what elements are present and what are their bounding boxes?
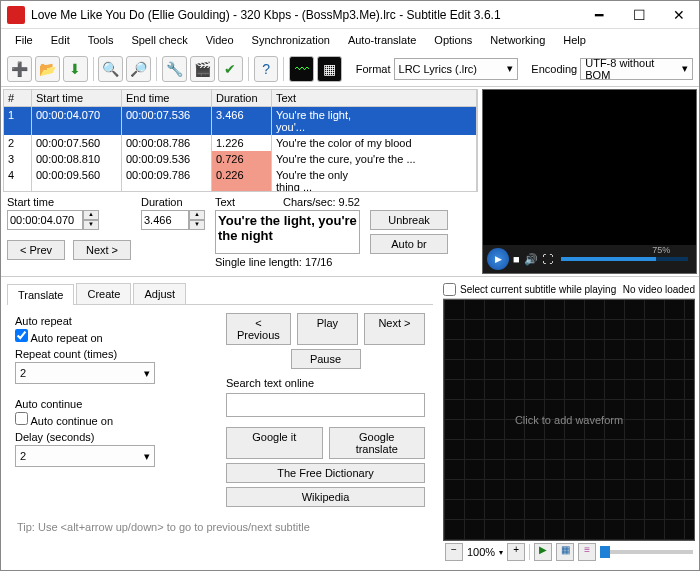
- menu-file[interactable]: File: [7, 32, 41, 48]
- menu-video[interactable]: Video: [198, 32, 242, 48]
- wikipedia-button[interactable]: Wikipedia: [226, 487, 425, 507]
- table-row[interactable]: 400:00:09.56000:00:09.7860.226You're the…: [4, 167, 477, 192]
- table-row[interactable]: 200:00:07.56000:00:08.7861.226You're the…: [4, 135, 477, 151]
- google-it-button[interactable]: Google it: [226, 427, 323, 459]
- wave-mode-icon[interactable]: ≡: [578, 543, 596, 561]
- help-icon[interactable]: ?: [254, 56, 279, 82]
- spectrogram-icon[interactable]: ▦: [317, 56, 342, 82]
- zoom-value: 100%: [467, 546, 495, 558]
- find-icon[interactable]: 🔍: [98, 56, 123, 82]
- dur-up[interactable]: ▲: [189, 210, 205, 220]
- next-sub-button[interactable]: Next >: [364, 313, 425, 345]
- prev-sub-button[interactable]: < Previous: [226, 313, 291, 345]
- window-title: Love Me Like You Do (Ellie Goulding) - 3…: [31, 8, 579, 22]
- video-icon[interactable]: 🎬: [190, 56, 215, 82]
- zoom-in-icon[interactable]: +: [507, 543, 525, 561]
- google-translate-button[interactable]: Google translate: [329, 427, 426, 459]
- next-button[interactable]: Next >: [73, 240, 131, 260]
- start-down[interactable]: ▼: [83, 220, 99, 230]
- delay-combo[interactable]: 2▾: [15, 445, 155, 467]
- waveform-icon[interactable]: 〰: [289, 56, 314, 82]
- open-icon[interactable]: 📂: [35, 56, 60, 82]
- app-icon: [7, 6, 25, 24]
- auto-repeat-on[interactable]: Auto repeat on: [15, 329, 214, 344]
- start-time-input[interactable]: [7, 210, 83, 230]
- zoom-out-icon[interactable]: −: [445, 543, 463, 561]
- menu-autotranslate[interactable]: Auto-translate: [340, 32, 424, 48]
- fix-icon[interactable]: 🔧: [162, 56, 187, 82]
- menu-tools[interactable]: Tools: [80, 32, 122, 48]
- duration-label: Duration: [141, 196, 205, 208]
- new-icon[interactable]: ➕: [7, 56, 32, 82]
- fullscreen-icon[interactable]: ⛶: [542, 253, 553, 265]
- autobr-button[interactable]: Auto br: [370, 234, 448, 254]
- tab-translate[interactable]: Translate: [7, 284, 74, 305]
- menu-spellcheck[interactable]: Spell check: [123, 32, 195, 48]
- auto-continue-heading: Auto continue: [15, 398, 214, 410]
- waveform-area[interactable]: Click to add waveform: [443, 299, 695, 541]
- dur-down[interactable]: ▼: [189, 220, 205, 230]
- encoding-label: Encoding: [531, 63, 577, 75]
- wave-play-icon[interactable]: ▶: [534, 543, 552, 561]
- wave-grid-icon[interactable]: ▦: [556, 543, 574, 561]
- menu-bar: File Edit Tools Spell check Video Synchr…: [1, 29, 699, 51]
- subtitle-table[interactable]: 100:00:04.07000:00:07.5363.466You're the…: [3, 107, 478, 192]
- stop-icon[interactable]: ■: [513, 253, 520, 265]
- text-input[interactable]: You're the light, you're the night: [215, 210, 360, 254]
- replace-icon[interactable]: 🔎: [126, 56, 151, 82]
- auto-repeat-heading: Auto repeat: [15, 315, 214, 327]
- spellcheck-icon[interactable]: ✔: [218, 56, 243, 82]
- start-time-label: Start time: [7, 196, 131, 208]
- tip-text: Tip: Use <alt+arrow up/down> to go to pr…: [7, 515, 433, 539]
- maximize-button[interactable]: ☐: [619, 1, 659, 29]
- menu-networking[interactable]: Networking: [482, 32, 553, 48]
- menu-options[interactable]: Options: [426, 32, 480, 48]
- format-combo[interactable]: LRC Lyrics (.lrc)▾: [394, 58, 518, 80]
- encoding-combo[interactable]: UTF-8 without BOM▾: [580, 58, 693, 80]
- select-current-checkbox[interactable]: [443, 283, 456, 296]
- play-icon[interactable]: ▶: [487, 248, 509, 270]
- chars-sec: Chars/sec: 9.52: [283, 196, 360, 208]
- unbreak-button[interactable]: Unbreak: [370, 210, 448, 230]
- table-row[interactable]: 300:00:08.81000:00:09.5360.726You're the…: [4, 151, 477, 167]
- pause-button[interactable]: Pause: [291, 349, 361, 369]
- menu-help[interactable]: Help: [555, 32, 594, 48]
- play-button[interactable]: Play: [297, 313, 358, 345]
- select-current-label: Select current subtitle while playing: [460, 284, 619, 295]
- video-progress[interactable]: 75%: [561, 257, 688, 261]
- auto-continue-on[interactable]: Auto continue on: [15, 412, 214, 427]
- subtitle-table-header: #Start timeEnd timeDurationText: [3, 89, 478, 107]
- tab-create[interactable]: Create: [76, 283, 131, 304]
- no-video-label: No video loaded: [623, 284, 695, 295]
- search-input[interactable]: [226, 393, 425, 417]
- text-label: Text: [215, 196, 235, 208]
- menu-sync[interactable]: Synchronization: [244, 32, 338, 48]
- duration-input[interactable]: [141, 210, 189, 230]
- position-slider[interactable]: [600, 550, 693, 554]
- repeat-count-label: Repeat count (times): [15, 348, 214, 360]
- video-preview[interactable]: ▶ ■ 🔊 ⛶ 75%: [482, 89, 697, 274]
- tab-adjust[interactable]: Adjust: [133, 283, 186, 304]
- toolbar: ➕ 📂 ⬇ 🔍 🔎 🔧 🎬 ✔ ? 〰 ▦ Format LRC Lyrics …: [1, 51, 699, 87]
- menu-edit[interactable]: Edit: [43, 32, 78, 48]
- single-line-length: Single line length: 17/16: [215, 256, 360, 268]
- close-button[interactable]: ✕: [659, 1, 699, 29]
- search-online-label: Search text online: [226, 377, 425, 389]
- prev-button[interactable]: < Prev: [7, 240, 65, 260]
- delay-label: Delay (seconds): [15, 431, 214, 443]
- free-dictionary-button[interactable]: The Free Dictionary: [226, 463, 425, 483]
- format-label: Format: [356, 63, 391, 75]
- volume-icon[interactable]: 🔊: [524, 253, 538, 266]
- repeat-count-combo[interactable]: 2▾: [15, 362, 155, 384]
- start-up[interactable]: ▲: [83, 210, 99, 220]
- table-row[interactable]: 100:00:04.07000:00:07.5363.466You're the…: [4, 107, 477, 135]
- save-icon[interactable]: ⬇: [63, 56, 88, 82]
- minimize-button[interactable]: ━: [579, 1, 619, 29]
